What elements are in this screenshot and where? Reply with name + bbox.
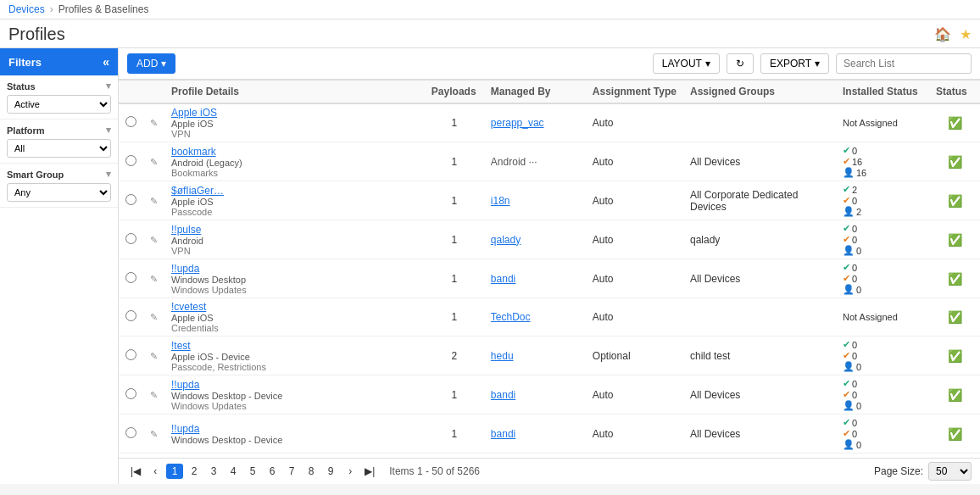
edit-icon[interactable]: ✎	[150, 157, 158, 167]
row-edit[interactable]: ✎	[143, 220, 164, 259]
row-radio[interactable]	[119, 142, 143, 181]
row-radio[interactable]	[119, 375, 143, 414]
page-size-select[interactable]: 25 50 100 250	[928, 462, 972, 481]
installed-status-cell: ✔ 0 ✔ 0 👤 0	[836, 259, 929, 298]
refresh-button[interactable]: ↻	[727, 53, 754, 74]
profile-platform: Apple iOS	[171, 119, 418, 129]
payloads-cell: 1	[425, 414, 484, 453]
row-radio[interactable]	[119, 298, 143, 336]
installed-status-cell: ✔ 0 ✔ 0 👤 0	[836, 336, 929, 375]
row-radio[interactable]	[119, 103, 143, 142]
edit-icon[interactable]: ✎	[150, 118, 158, 128]
row-radio[interactable]	[119, 220, 143, 259]
col-managed-by: Managed By	[484, 81, 586, 104]
page-1-button[interactable]: 1	[166, 464, 183, 479]
edit-icon[interactable]: ✎	[150, 196, 158, 206]
managed-by-link[interactable]: bandi	[491, 428, 515, 440]
managed-by-link[interactable]: bandi	[491, 273, 515, 285]
search-input[interactable]	[836, 53, 972, 74]
profile-name[interactable]: !test	[171, 340, 191, 352]
header-icons: 🏠 ★	[934, 26, 972, 42]
assignment-type-cell: Optional	[586, 336, 683, 375]
managed-by-link[interactable]: perapp_vac	[491, 117, 544, 129]
row-radio[interactable]	[119, 414, 143, 453]
row-edit[interactable]: ✎	[143, 298, 164, 336]
assignment-type-cell: Auto	[586, 259, 683, 298]
profile-name[interactable]: bookmark	[171, 146, 216, 158]
row-edit[interactable]: ✎	[143, 414, 164, 453]
last-page-button[interactable]: ▶|	[361, 464, 378, 479]
profile-details-cell: Apple iOS Apple iOS VPN	[164, 103, 425, 142]
installed-status-cell: ✔ 0 ✔ 0 👤 0	[836, 414, 929, 453]
row-edit[interactable]: ✎	[143, 103, 164, 142]
sidebar-collapse-button[interactable]: «	[103, 55, 109, 69]
installed-person-count: 0	[856, 362, 861, 372]
breadcrumb-devices[interactable]: Devices	[8, 3, 45, 15]
status-icon: ✅	[948, 116, 962, 130]
profile-name[interactable]: !!upda	[171, 423, 199, 435]
edit-icon[interactable]: ✎	[150, 351, 158, 361]
col-profile-details: Profile Details	[164, 81, 425, 104]
page-4-button[interactable]: 4	[225, 464, 242, 479]
managed-by-link[interactable]: TechDoc	[491, 311, 531, 323]
status-cell: ✅	[929, 103, 980, 142]
managed-by-link[interactable]: i18n	[491, 195, 510, 207]
filter-smartgroup-select[interactable]: Any	[7, 183, 111, 202]
table-row: ✎!test Apple iOS - Device Passcode, Rest…	[119, 336, 980, 375]
managed-by-link[interactable]: hedu	[491, 350, 514, 362]
page-8-button[interactable]: 8	[303, 464, 320, 479]
installed-orange-icon: ✔	[843, 389, 850, 400]
row-edit[interactable]: ✎	[143, 181, 164, 220]
filter-platform-arrow: ▾	[106, 125, 111, 136]
first-page-button[interactable]: |◀	[127, 464, 144, 479]
edit-icon[interactable]: ✎	[150, 390, 158, 400]
next-page-button[interactable]: ›	[342, 464, 359, 479]
profile-name[interactable]: !!upda	[171, 263, 199, 275]
row-radio[interactable]	[119, 181, 143, 220]
row-edit[interactable]: ✎	[143, 336, 164, 375]
filter-status-select[interactable]: Active Inactive All	[7, 95, 111, 114]
installed-green-icon: ✔	[843, 223, 850, 234]
row-edit[interactable]: ✎	[143, 142, 164, 181]
footer: |◀ ‹ 1 2 3 4 5 6 7 8 9 › ▶| Items 1 - 50…	[119, 458, 980, 484]
row-edit[interactable]: ✎	[143, 259, 164, 298]
profile-name[interactable]: !!pulse	[171, 224, 201, 236]
layout-button[interactable]: LAYOUT ▾	[653, 53, 720, 74]
edit-icon[interactable]: ✎	[150, 312, 158, 322]
managed-by-link[interactable]: Android ···	[491, 156, 537, 168]
profile-name[interactable]: !cvetest	[171, 301, 206, 313]
assigned-groups-cell: All Devices	[683, 259, 836, 298]
page-7-button[interactable]: 7	[283, 464, 300, 479]
export-button[interactable]: EXPORT ▾	[760, 53, 829, 74]
installed-green-icon: ✔	[843, 339, 850, 350]
page-9-button[interactable]: 9	[322, 464, 339, 479]
prev-page-button[interactable]: ‹	[147, 464, 164, 479]
home-icon[interactable]: 🏠	[934, 26, 951, 42]
filter-platform-select[interactable]: All iOS Android Windows	[7, 139, 111, 158]
star-icon[interactable]: ★	[960, 26, 972, 42]
installed-orange-count: 0	[852, 235, 857, 245]
edit-icon[interactable]: ✎	[150, 274, 158, 284]
profile-name[interactable]: $øfIiaGer…	[171, 185, 224, 197]
edit-icon[interactable]: ✎	[150, 429, 158, 439]
status-cell: ✅	[929, 298, 980, 336]
assignment-type-cell: Auto	[586, 375, 683, 414]
add-button[interactable]: ADD ▾	[127, 53, 175, 74]
page-3-button[interactable]: 3	[205, 464, 222, 479]
profile-name[interactable]: !!upda	[171, 379, 199, 391]
page-5-button[interactable]: 5	[244, 464, 261, 479]
page-title: Profiles	[8, 25, 65, 44]
managed-by-link[interactable]: bandi	[491, 389, 515, 401]
items-info: Items 1 - 50 of 5266	[389, 465, 480, 477]
row-radio[interactable]	[119, 259, 143, 298]
profile-name[interactable]: Apple iOS	[171, 107, 217, 119]
installed-orange-icon: ✔	[843, 428, 850, 439]
page-2-button[interactable]: 2	[186, 464, 203, 479]
row-radio[interactable]	[119, 336, 143, 375]
page-6-button[interactable]: 6	[264, 464, 281, 479]
status-cell: ✅	[929, 414, 980, 453]
profile-platform: Windows Desktop	[171, 275, 418, 285]
managed-by-link[interactable]: qalady	[491, 234, 521, 246]
row-edit[interactable]: ✎	[143, 375, 164, 414]
edit-icon[interactable]: ✎	[150, 235, 158, 245]
